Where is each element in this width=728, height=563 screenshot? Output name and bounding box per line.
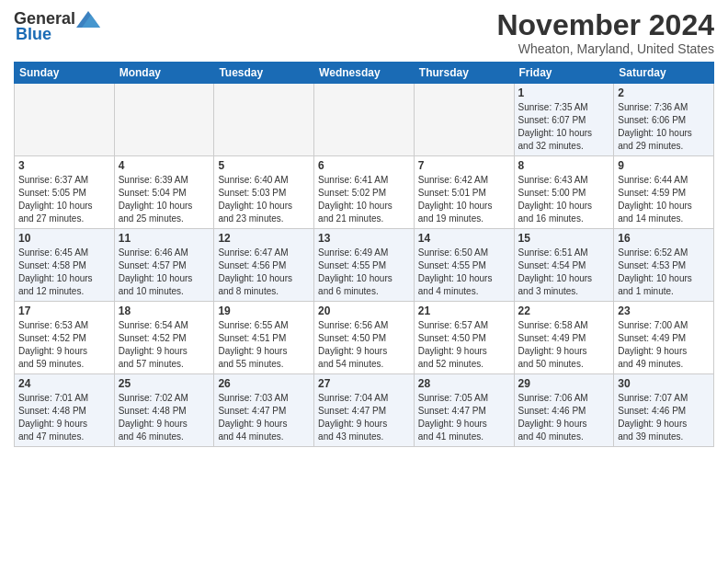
day-info: Sunrise: 7:35 AM Sunset: 6:07 PM Dayligh… [518, 101, 610, 153]
calendar-cell: 18Sunrise: 6:54 AM Sunset: 4:52 PM Dayli… [114, 302, 214, 374]
calendar-week-row: 1Sunrise: 7:35 AM Sunset: 6:07 PM Daylig… [15, 84, 714, 156]
calendar-cell [214, 84, 314, 156]
day-number: 14 [418, 232, 510, 245]
day-number: 24 [18, 377, 110, 390]
day-number: 6 [318, 159, 410, 172]
calendar-cell: 21Sunrise: 6:57 AM Sunset: 4:50 PM Dayli… [414, 302, 514, 374]
day-info: Sunrise: 6:55 AM Sunset: 4:51 PM Dayligh… [218, 319, 310, 371]
calendar-cell: 3Sunrise: 6:37 AM Sunset: 5:05 PM Daylig… [15, 156, 115, 229]
day-info: Sunrise: 6:58 AM Sunset: 4:49 PM Dayligh… [518, 319, 610, 371]
calendar-cell: 12Sunrise: 6:47 AM Sunset: 4:56 PM Dayli… [214, 229, 314, 302]
calendar-cell: 23Sunrise: 7:00 AM Sunset: 4:49 PM Dayli… [614, 302, 714, 374]
logo-icon [76, 11, 100, 28]
day-number: 22 [518, 304, 610, 317]
day-info: Sunrise: 6:43 AM Sunset: 5:00 PM Dayligh… [518, 174, 610, 225]
calendar-cell: 22Sunrise: 6:58 AM Sunset: 4:49 PM Dayli… [514, 302, 614, 374]
calendar-cell: 2Sunrise: 7:36 AM Sunset: 6:06 PM Daylig… [614, 84, 714, 156]
day-number: 19 [218, 304, 310, 317]
day-number: 2 [618, 86, 710, 99]
location: Wheaton, Maryland, United States [496, 41, 714, 56]
calendar-cell [314, 84, 415, 156]
day-info: Sunrise: 6:42 AM Sunset: 5:01 PM Dayligh… [418, 174, 510, 225]
header: General Blue November 2024 Wheaton, Mary… [14, 9, 714, 56]
calendar-cell: 9Sunrise: 6:44 AM Sunset: 4:59 PM Daylig… [614, 156, 714, 229]
day-info: Sunrise: 6:54 AM Sunset: 4:52 PM Dayligh… [119, 319, 210, 371]
day-info: Sunrise: 6:49 AM Sunset: 4:55 PM Dayligh… [318, 247, 410, 298]
day-info: Sunrise: 7:06 AM Sunset: 4:46 PM Dayligh… [518, 392, 610, 443]
day-info: Sunrise: 6:44 AM Sunset: 4:59 PM Dayligh… [618, 174, 710, 225]
weekday-header: Sunday [15, 63, 115, 84]
calendar-cell: 7Sunrise: 6:42 AM Sunset: 5:01 PM Daylig… [414, 156, 514, 229]
day-info: Sunrise: 6:53 AM Sunset: 4:52 PM Dayligh… [18, 319, 110, 371]
day-number: 13 [318, 232, 410, 245]
day-number: 25 [119, 377, 210, 390]
calendar-cell: 14Sunrise: 6:50 AM Sunset: 4:55 PM Dayli… [414, 229, 514, 302]
calendar-cell: 26Sunrise: 7:03 AM Sunset: 4:47 PM Dayli… [214, 374, 314, 447]
calendar-week-row: 17Sunrise: 6:53 AM Sunset: 4:52 PM Dayli… [15, 302, 714, 374]
calendar-cell: 25Sunrise: 7:02 AM Sunset: 4:48 PM Dayli… [114, 374, 214, 447]
calendar-cell: 27Sunrise: 7:04 AM Sunset: 4:47 PM Dayli… [314, 374, 415, 447]
day-number: 8 [518, 159, 610, 172]
day-info: Sunrise: 6:51 AM Sunset: 4:54 PM Dayligh… [518, 247, 610, 298]
day-info: Sunrise: 7:03 AM Sunset: 4:47 PM Dayligh… [218, 392, 310, 443]
day-info: Sunrise: 6:56 AM Sunset: 4:50 PM Dayligh… [318, 319, 410, 371]
day-info: Sunrise: 6:57 AM Sunset: 4:50 PM Dayligh… [418, 319, 510, 371]
day-number: 15 [518, 232, 610, 245]
logo-blue: Blue [16, 25, 51, 44]
day-info: Sunrise: 6:52 AM Sunset: 4:53 PM Dayligh… [618, 247, 710, 298]
day-number: 28 [418, 377, 510, 390]
calendar-cell: 13Sunrise: 6:49 AM Sunset: 4:55 PM Dayli… [314, 229, 415, 302]
calendar-header-row: SundayMondayTuesdayWednesdayThursdayFrid… [15, 63, 714, 84]
calendar-cell: 5Sunrise: 6:40 AM Sunset: 5:03 PM Daylig… [214, 156, 314, 229]
day-number: 26 [218, 377, 310, 390]
calendar-cell: 11Sunrise: 6:46 AM Sunset: 4:57 PM Dayli… [114, 229, 214, 302]
day-number: 27 [318, 377, 410, 390]
calendar-cell: 28Sunrise: 7:05 AM Sunset: 4:47 PM Dayli… [414, 374, 514, 447]
calendar-cell [15, 84, 115, 156]
day-info: Sunrise: 7:07 AM Sunset: 4:46 PM Dayligh… [618, 392, 710, 443]
day-number: 12 [218, 232, 310, 245]
day-info: Sunrise: 6:47 AM Sunset: 4:56 PM Dayligh… [218, 247, 310, 298]
day-info: Sunrise: 7:05 AM Sunset: 4:47 PM Dayligh… [418, 392, 510, 443]
day-number: 7 [418, 159, 510, 172]
day-number: 4 [119, 159, 210, 172]
weekday-header: Thursday [414, 63, 514, 84]
day-number: 29 [518, 377, 610, 390]
calendar-cell: 6Sunrise: 6:41 AM Sunset: 5:02 PM Daylig… [314, 156, 415, 229]
weekday-header: Wednesday [314, 63, 415, 84]
calendar-cell: 1Sunrise: 7:35 AM Sunset: 6:07 PM Daylig… [514, 84, 614, 156]
calendar-cell: 17Sunrise: 6:53 AM Sunset: 4:52 PM Dayli… [15, 302, 115, 374]
day-info: Sunrise: 6:50 AM Sunset: 4:55 PM Dayligh… [418, 247, 510, 298]
weekday-header: Friday [514, 63, 614, 84]
calendar-week-row: 24Sunrise: 7:01 AM Sunset: 4:48 PM Dayli… [15, 374, 714, 447]
day-number: 9 [618, 159, 710, 172]
calendar-cell: 30Sunrise: 7:07 AM Sunset: 4:46 PM Dayli… [614, 374, 714, 447]
day-number: 17 [18, 304, 110, 317]
weekday-header: Saturday [614, 63, 714, 84]
day-info: Sunrise: 6:41 AM Sunset: 5:02 PM Dayligh… [318, 174, 410, 225]
weekday-header: Monday [114, 63, 214, 84]
calendar-cell [414, 84, 514, 156]
calendar-table: SundayMondayTuesdayWednesdayThursdayFrid… [14, 62, 714, 447]
logo: General Blue [14, 9, 101, 44]
day-number: 5 [218, 159, 310, 172]
weekday-header: Tuesday [214, 63, 314, 84]
day-number: 10 [18, 232, 110, 245]
day-number: 18 [119, 304, 210, 317]
day-info: Sunrise: 7:01 AM Sunset: 4:48 PM Dayligh… [18, 392, 110, 443]
page-container: General Blue November 2024 Wheaton, Mary… [0, 0, 728, 563]
calendar-cell: 29Sunrise: 7:06 AM Sunset: 4:46 PM Dayli… [514, 374, 614, 447]
day-number: 30 [618, 377, 710, 390]
calendar-cell: 4Sunrise: 6:39 AM Sunset: 5:04 PM Daylig… [114, 156, 214, 229]
calendar-cell: 24Sunrise: 7:01 AM Sunset: 4:48 PM Dayli… [15, 374, 115, 447]
day-number: 1 [518, 86, 610, 99]
calendar-cell: 16Sunrise: 6:52 AM Sunset: 4:53 PM Dayli… [614, 229, 714, 302]
calendar-week-row: 3Sunrise: 6:37 AM Sunset: 5:05 PM Daylig… [15, 156, 714, 229]
calendar-cell [114, 84, 214, 156]
day-info: Sunrise: 7:02 AM Sunset: 4:48 PM Dayligh… [119, 392, 210, 443]
day-info: Sunrise: 7:00 AM Sunset: 4:49 PM Dayligh… [618, 319, 710, 371]
calendar-cell: 8Sunrise: 6:43 AM Sunset: 5:00 PM Daylig… [514, 156, 614, 229]
month-title: November 2024 [496, 9, 714, 41]
day-number: 23 [618, 304, 710, 317]
calendar-cell: 15Sunrise: 6:51 AM Sunset: 4:54 PM Dayli… [514, 229, 614, 302]
